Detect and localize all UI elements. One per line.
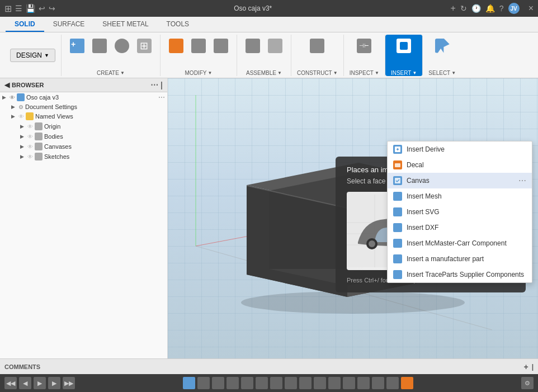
nav-back-icon[interactable]: ◀◀ [4,377,17,389]
hamburger-icon[interactable]: ☰ [15,4,22,13]
nav-next-icon[interactable]: ▶ [48,377,60,389]
timeline-icon-13[interactable] [357,377,370,389]
nav-play-icon[interactable]: ▶ [34,377,46,389]
modify-chamfer-btn[interactable] [211,35,231,57]
timeline-icon-active[interactable] [401,377,413,389]
tab-tools[interactable]: TOOLS [158,17,198,32]
dropdown-decal[interactable]: Decal [388,157,532,173]
origin-eye-icon[interactable]: 👁 [27,124,33,130]
insert-btn[interactable] [394,35,414,57]
nav-end-icon[interactable]: ▶▶ [63,377,75,389]
timeline-icon-9[interactable] [299,377,312,389]
select-label: SELECT ▼ [428,70,456,76]
tab-sheet-metal[interactable]: SHEET METAL [93,17,157,32]
timeline-icon-3[interactable] [212,377,224,389]
bodies-eye-icon[interactable]: 👁 [27,134,33,140]
timeline-icon-2[interactable] [197,377,210,389]
named-views-eye-icon[interactable]: 👁 [18,114,24,120]
insert-svg-icon [393,207,402,216]
create-extrude-btn[interactable] [89,35,110,57]
close-icon[interactable]: × [528,3,534,13]
modify-press-pull-btn[interactable] [166,35,186,57]
sidebar-pin-icon[interactable]: | [161,81,163,89]
tree-item-named-views[interactable]: ▶ 👁 Named Views [0,111,167,121]
create-more-btn[interactable]: ⊞ [134,35,154,57]
doc-settings-gear-icon[interactable]: ⚙ [18,104,23,110]
timeline-icon-8[interactable] [285,377,297,389]
tree-item-bodies[interactable]: ▶ 👁 Bodies [0,131,167,141]
insert-derive-label: Insert Derive [407,145,445,153]
timeline-icon-15[interactable] [386,377,399,389]
dropdown-canvas[interactable]: Canvas ⋯ [388,173,532,188]
root-visibility-icon[interactable]: 👁 [10,95,15,101]
dropdown-insert-manufacturer[interactable]: Insert a manufacturer part [388,251,532,267]
inspect-measure-btn[interactable]: ⊣⊢ [354,35,374,57]
timeline-icon-4[interactable] [226,377,239,389]
refresh-icon[interactable]: ↻ [460,4,467,13]
help-icon[interactable]: ? [499,4,504,13]
insert-section: INSERT ▼ [385,35,423,76]
modify-icons-row [166,35,231,57]
timeline-icon-11[interactable] [328,377,341,389]
bell-icon[interactable]: 🔔 [485,4,495,13]
clock-icon[interactable]: 🕐 [471,4,481,13]
sketches-eye-icon[interactable]: 👁 [27,154,33,160]
dropdown-insert-dxf[interactable]: Insert DXF [388,220,532,235]
sidebar-collapse-icon[interactable]: ◀ [4,81,10,89]
add-tab-icon[interactable]: + [451,3,456,13]
root-options-icon[interactable]: ⋯ [158,93,165,101]
timeline-icon-7[interactable] [270,377,282,389]
modify-fillet-btn[interactable] [188,35,209,57]
timeline-icon-12[interactable] [343,377,355,389]
dropdown-insert-traceparts[interactable]: Insert TraceParts Supplier Components [388,267,532,282]
tab-surface[interactable]: SURFACE [44,17,94,32]
construct-label: CONSTRUCT ▼ [297,70,338,76]
sidebar-settings-icon[interactable]: ⋯ [150,81,158,89]
insert-dxf-label: Insert DXF [407,224,438,232]
origin-arrow: ▶ [20,124,26,129]
assemble-joint-btn[interactable] [243,35,263,57]
design-button[interactable]: DESIGN ▼ [10,49,55,62]
insert-icons-row [394,35,414,57]
dropdown-insert-svg[interactable]: Insert SVG [388,204,532,220]
user-avatar[interactable]: JV [508,3,520,14]
design-label: DESIGN [16,51,42,59]
tree-item-canvases[interactable]: ▶ 👁 Canvases [0,141,167,152]
comments-bar: COMMENTS + | [0,358,538,374]
create-revolve-btn[interactable] [112,35,132,57]
assemble-more-btn[interactable] [265,35,285,57]
select-icons-row [432,35,452,57]
create-icons-row: + ⊞ [67,35,154,57]
tab-solid[interactable]: SOLID [6,17,44,32]
timeline-icon-6[interactable] [256,377,268,389]
dropdown-insert-derive[interactable]: Insert Derive [388,141,532,157]
redo-icon[interactable]: ↪ [49,4,55,13]
canvases-eye-icon[interactable]: 👁 [27,144,33,150]
select-btn[interactable] [432,35,452,57]
timeline-icon-10[interactable] [314,377,326,389]
timeline-icon-14[interactable] [372,377,384,389]
create-new-component-btn[interactable]: + [67,35,87,57]
settings-icon[interactable]: ⚙ [521,377,534,389]
timeline-icon-1[interactable] [183,377,195,389]
tree-item-origin[interactable]: ▶ 👁 Origin [0,121,167,131]
canvas-label: Canvas [407,177,430,185]
canvas-more-icon[interactable]: ⋯ [518,176,526,185]
tree-item-sketches[interactable]: ▶ 👁 Sketches [0,152,167,162]
save-icon[interactable]: 💾 [26,4,35,13]
dropdown-insert-mesh[interactable]: Insert Mesh [388,188,532,204]
comments-expand-icon[interactable]: + [523,362,528,371]
root-doc-icon [17,93,25,101]
undo-icon[interactable]: ↩ [39,4,45,13]
dropdown-insert-mcmaster[interactable]: Insert McMaster-Carr Component [388,235,532,251]
named-views-folder-icon [26,112,34,120]
viewport[interactable]: Places an image on a planar face or sket… [168,78,538,358]
nav-prev-icon[interactable]: ◀ [19,377,31,389]
tree-item-doc-settings[interactable]: ▶ ⚙ Document Settings [0,102,167,111]
tree-item-root[interactable]: ▶ 👁 Oso caja v3 ⋯ [0,92,167,102]
timeline-icon-5[interactable] [241,377,253,389]
comments-pin-icon[interactable]: | [532,363,534,371]
construct-plane-btn[interactable] [307,35,327,57]
modify-label: MODIFY ▼ [185,70,213,76]
app-grid-icon[interactable]: ⊞ [4,3,12,14]
